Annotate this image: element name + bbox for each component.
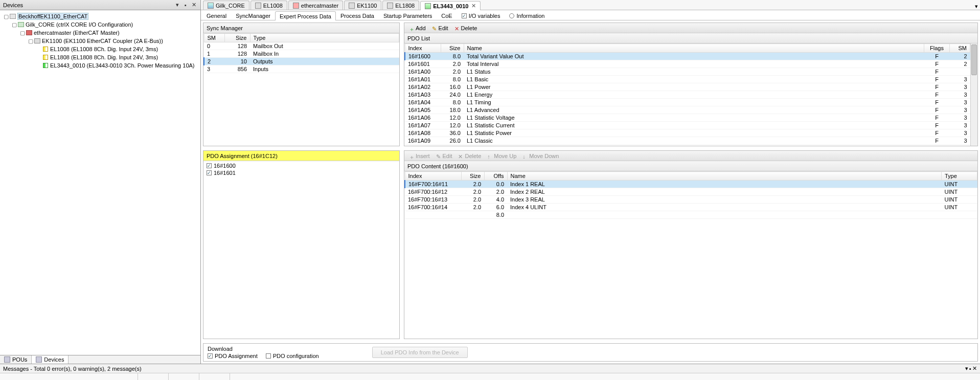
editor-area: Gilk_CORE EL1008 ethercatmaster EK1100 E… bbox=[201, 0, 980, 364]
tree-collapse-icon[interactable]: ▢ bbox=[19, 30, 26, 36]
dropdown-icon[interactable]: ▾ bbox=[975, 3, 978, 10]
col-size[interactable]: Size bbox=[461, 172, 484, 181]
col-index[interactable]: Index bbox=[405, 172, 461, 181]
table-row[interactable]: 16#1A0712.0L1 Statistic CurrentF3 bbox=[405, 122, 970, 129]
messages-bar[interactable]: Messages - Total 0 error(s), 0 warning(s… bbox=[0, 364, 980, 373]
table-row[interactable]: 16#1A0216.0L1 PowerF3 bbox=[405, 83, 970, 91]
pdo-content-table[interactable]: Index Size Offs Name Type 16#F700:16#112… bbox=[404, 171, 977, 339]
col-type[interactable]: Type bbox=[942, 172, 977, 181]
edit-button[interactable]: ✎Edit bbox=[429, 25, 451, 32]
table-row[interactable]: 3856Inputs bbox=[204, 65, 399, 73]
table-row[interactable]: 210Outputs bbox=[204, 58, 399, 65]
delete-button[interactable]: ✕Delete bbox=[455, 152, 484, 160]
col-type[interactable]: Type bbox=[250, 34, 399, 42]
scrollbar[interactable] bbox=[970, 43, 977, 146]
table-row[interactable]: 16#16012.0Total IntervalF2 bbox=[405, 60, 970, 68]
panel-pin-icon[interactable]: ▪ bbox=[182, 2, 189, 9]
col-size[interactable]: Size bbox=[224, 34, 250, 42]
tree-collapse-icon[interactable]: ▢ bbox=[3, 13, 9, 20]
tree-gilk[interactable]: Gilk_CORE (ctrlX CORE I/O Configuration) bbox=[26, 21, 133, 28]
table-row[interactable]: 16#1A0926.0L1 ClassicF3 bbox=[405, 137, 970, 145]
pdo-content-pane: ＋Insert ✎Edit ✕Delete ↑Move Up ↓Move Dow… bbox=[404, 150, 978, 339]
tab-coe[interactable]: CoE bbox=[437, 11, 457, 20]
pdo-list-title: PDO List bbox=[404, 33, 977, 43]
table-row[interactable]: 16#1A018.0L1 BasicF3 bbox=[405, 76, 970, 83]
chk-pdo-assignment[interactable]: ✓PDO Assignment bbox=[208, 353, 258, 359]
col-offs[interactable]: Offs bbox=[484, 172, 507, 181]
movedown-button[interactable]: ↓Move Down bbox=[520, 152, 561, 160]
add-button[interactable]: ＋Add bbox=[406, 25, 428, 32]
col-name[interactable]: Name bbox=[464, 44, 924, 53]
doc-tab-gilk[interactable]: Gilk_CORE bbox=[203, 1, 249, 10]
download-label: Download bbox=[208, 346, 319, 352]
tree-master[interactable]: ethercatmaster (EtherCAT Master) bbox=[34, 30, 120, 36]
tab-devices[interactable]: Devices bbox=[32, 355, 69, 364]
chk-pdo-configuration[interactable]: PDO configuration bbox=[266, 353, 319, 359]
col-flags[interactable]: Flags bbox=[924, 44, 950, 53]
doc-tab-el3443[interactable]: EL3443_0010✕ bbox=[420, 1, 481, 10]
close-icon[interactable]: ✕ bbox=[471, 3, 476, 9]
col-index[interactable]: Index bbox=[405, 44, 441, 53]
doc-tab-master[interactable]: ethercatmaster bbox=[288, 1, 343, 10]
table-row[interactable]: 16#1A0518.0L1 AdvancedF3 bbox=[405, 106, 970, 114]
checkbox-icon[interactable]: ✓ bbox=[207, 170, 212, 175]
table-row[interactable]: 1128Mailbox In bbox=[204, 50, 399, 58]
tree-slave[interactable]: EL1808 (EL1808 8Ch. Dig. Input 24V, 3ms) bbox=[50, 54, 158, 60]
table-row[interactable]: 16#F700:16#142.06.0Index 4 ULINTUINT bbox=[405, 204, 977, 211]
tree-coupler[interactable]: EK1100 (EK1100 EtherCAT Coupler (2A E-Bu… bbox=[42, 38, 163, 44]
delete-button[interactable]: ✕Delete bbox=[452, 25, 480, 32]
tree-root[interactable]: BeckhoffEK1100_EtherCAT bbox=[17, 13, 88, 20]
panel-close-icon[interactable]: ✕ bbox=[972, 365, 977, 372]
tab-information[interactable]: Information bbox=[505, 11, 549, 20]
checkbox-icon: ✓ bbox=[462, 13, 467, 18]
col-sm[interactable]: SM bbox=[204, 34, 224, 42]
tab-general[interactable]: General bbox=[202, 11, 231, 20]
table-row[interactable]: 16#F700:16#132.04.0Index 3 REALUINT bbox=[405, 196, 977, 204]
col-sm[interactable]: SM bbox=[950, 44, 970, 53]
panel-dropdown-icon[interactable]: ▾ bbox=[174, 2, 181, 9]
table-row[interactable]: 16#1A0324.0L1 EnergyF3 bbox=[405, 91, 970, 99]
tab-io-variables[interactable]: ✓I/O variables bbox=[457, 11, 505, 20]
insert-button[interactable]: ＋Insert bbox=[406, 152, 432, 160]
tree-slave[interactable]: EL3443_0010 (EL3443-0010 3Ch. Power Meas… bbox=[50, 62, 195, 69]
doc-tab-el1008[interactable]: EL1008 bbox=[250, 1, 287, 10]
doc-tab-el1808[interactable]: EL1808 bbox=[382, 1, 419, 10]
messages-text: Messages - Total 0 error(s), 0 warning(s… bbox=[3, 366, 142, 372]
table-row[interactable]: 16#1A002.0L1 StatusF bbox=[405, 68, 970, 76]
tree-collapse-icon[interactable]: ▢ bbox=[11, 21, 17, 28]
table-row[interactable]: 16#F700:16#122.02.0Index 2 REALUINT bbox=[405, 188, 977, 196]
checkbox-icon[interactable]: ✓ bbox=[207, 163, 212, 168]
table-row[interactable]: 16#1A0612.0L1 Statistic VoltageF3 bbox=[405, 114, 970, 122]
pdo-assign-item[interactable]: ✓16#1600 bbox=[206, 162, 397, 169]
devices-tree[interactable]: ▢BeckhoffEK1100_EtherCAT ▢Gilk_CORE (ctr… bbox=[0, 10, 200, 355]
tab-syncmanager[interactable]: SyncManager bbox=[231, 11, 275, 20]
edit-button[interactable]: ✎Edit bbox=[434, 152, 455, 160]
col-size[interactable]: Size bbox=[441, 44, 464, 53]
tree-slave[interactable]: EL1008 (EL1008 8Ch. Dig. Input 24V, 3ms) bbox=[50, 46, 158, 52]
panel-pin-icon[interactable]: ▪ bbox=[969, 366, 971, 372]
panel-close-icon[interactable]: ✕ bbox=[190, 2, 197, 9]
radio-icon bbox=[509, 13, 514, 18]
pdo-list-pane: ＋Add ✎Edit ✕Delete PDO List Index Size N… bbox=[404, 23, 978, 146]
table-row[interactable]: 16#1A048.0L1 TimingF3 bbox=[405, 99, 970, 106]
doc-window-controls: ▾ bbox=[975, 3, 980, 10]
table-row[interactable]: 0128Mailbox Out bbox=[204, 42, 399, 50]
tab-startup-params[interactable]: Startup Parameters bbox=[379, 11, 437, 20]
moveup-button[interactable]: ↑Move Up bbox=[485, 152, 519, 160]
pdo-list-table[interactable]: Index Size Name Flags SM 16#16008.0Total… bbox=[404, 43, 970, 146]
tab-expert-process-data[interactable]: Expert Process Data bbox=[275, 11, 336, 20]
pdo-assign-item[interactable]: ✓16#1601 bbox=[206, 169, 397, 176]
pdo-assignment-list[interactable]: ✓16#1600 ✓16#1601 bbox=[203, 161, 399, 339]
doc-tab-ek1100[interactable]: EK1100 bbox=[344, 1, 381, 10]
table-row[interactable]: 16#1A0836.0L1 Statistic PowerF3 bbox=[405, 129, 970, 137]
table-row[interactable]: 16#F700:16#112.00.0Index 1 REALUINT bbox=[405, 181, 977, 188]
table-row[interactable]: 16#16008.0Total Variant Value OutF2 bbox=[405, 53, 970, 60]
tab-process-data[interactable]: Process Data bbox=[336, 11, 379, 20]
col-name[interactable]: Name bbox=[507, 172, 942, 181]
tree-collapse-icon[interactable]: ▢ bbox=[28, 38, 34, 44]
table-row[interactable]: 8.0 bbox=[405, 211, 977, 219]
tab-pous[interactable]: POUs bbox=[0, 355, 32, 364]
sync-manager-table[interactable]: SM Size Type 0128Mailbox Out1128Mailbox … bbox=[203, 33, 399, 146]
panel-dropdown-icon[interactable]: ▾ bbox=[965, 365, 968, 372]
document-tabs: Gilk_CORE EL1008 ethercatmaster EK1100 E… bbox=[201, 0, 980, 10]
